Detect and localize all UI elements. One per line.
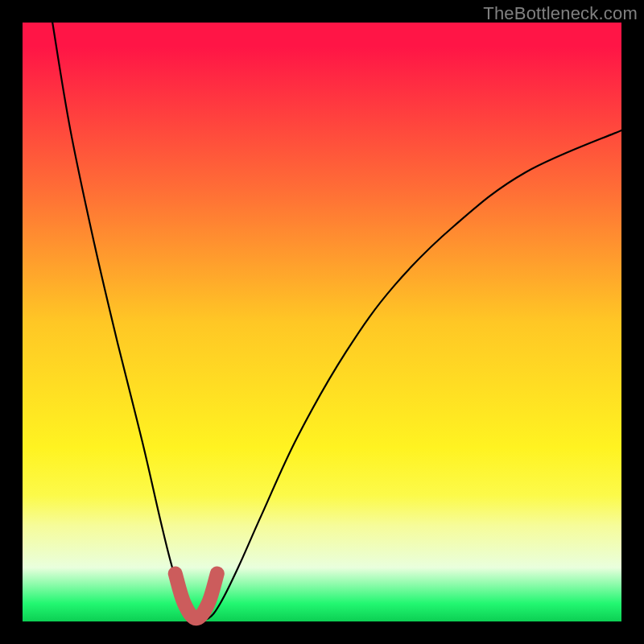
chart-plot-area [23, 23, 621, 621]
bottleneck-curve-right [196, 130, 621, 620]
watermark-text: TheBottleneck.com [483, 3, 638, 24]
optimal-range-highlight [175, 574, 217, 619]
bottleneck-curve-left [52, 23, 196, 618]
chart-svg [23, 23, 621, 621]
